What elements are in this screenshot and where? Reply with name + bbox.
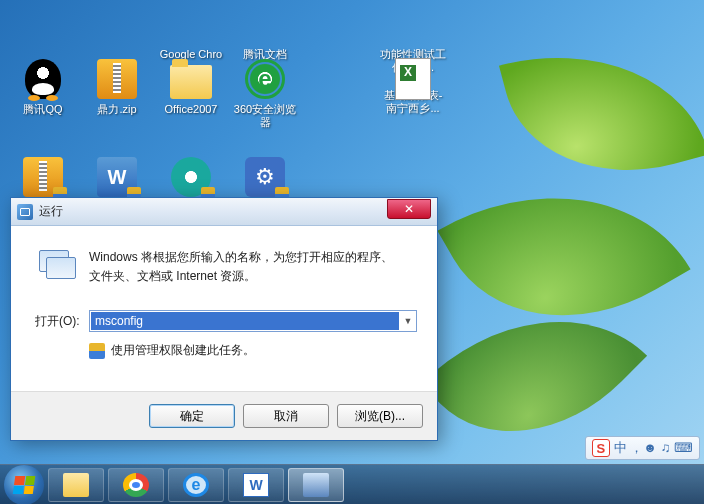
excel-icon (395, 58, 431, 100)
folder-icon (170, 65, 212, 99)
start-button[interactable] (4, 465, 44, 505)
explorer-icon (63, 473, 89, 497)
taskbar-chrome[interactable] (108, 468, 164, 502)
taskbar-word[interactable]: W (228, 468, 284, 502)
desktop-icon-360[interactable]: 360安全浏览器 (230, 57, 300, 129)
taskbar-run[interactable] (288, 468, 344, 502)
uac-text: 使用管理权限创建此任务。 (111, 342, 255, 359)
open-input[interactable] (91, 312, 399, 330)
windows-logo-icon (13, 476, 36, 494)
word-icon: W (243, 473, 269, 497)
chrome-icon (123, 473, 149, 497)
icon-label: 腾讯QQ (23, 103, 62, 116)
icon-label: 360安全浏览器 (231, 103, 299, 129)
cancel-button[interactable]: 取消 (243, 404, 329, 428)
desktop-icon-office[interactable]: Office2007 (156, 57, 226, 129)
dialog-titlebar[interactable]: 运行 ✕ (11, 198, 437, 226)
desktop-icon-xls-2[interactable]: 基站勘察表-南宁西乡... (378, 57, 448, 129)
open-label: 打开(O): (35, 313, 89, 330)
close-button[interactable]: ✕ (387, 199, 431, 219)
sogou-icon[interactable]: S (592, 439, 610, 457)
desktop-icon-qq[interactable]: 腾讯QQ (8, 57, 78, 129)
run-dialog: 运行 ✕ Windows 将根据您所输入的名称，为您打开相应的程序、 文件夹、文… (10, 197, 438, 441)
run-dialog-icon (17, 204, 33, 220)
run-icon (303, 473, 329, 497)
shield-icon (89, 343, 105, 359)
e360-icon (245, 59, 285, 99)
run-icon (39, 250, 75, 280)
ime-items[interactable]: 中 ，☻ ♫ ⌨ (614, 439, 693, 457)
dialog-title: 运行 (39, 203, 387, 220)
taskbar: W (0, 464, 704, 504)
open-combobox[interactable]: ▼ (89, 310, 417, 332)
icon-label: 鼎力.zip (97, 103, 136, 116)
ok-button[interactable]: 确定 (149, 404, 235, 428)
desktop-icon-zip[interactable]: 鼎力.zip (82, 57, 152, 129)
icon-label: Office2007 (164, 103, 217, 116)
ime-tray[interactable]: S 中 ，☻ ♫ ⌨ (585, 436, 700, 460)
dropdown-icon[interactable]: ▼ (400, 316, 416, 326)
zip-icon (97, 59, 137, 99)
ie-icon (183, 473, 209, 497)
taskbar-explorer[interactable] (48, 468, 104, 502)
dialog-description: Windows 将根据您所输入的名称，为您打开相应的程序、 文件夹、文档或 In… (89, 248, 417, 286)
dialog-footer: 确定 取消 浏览(B)... (11, 391, 437, 440)
browse-button[interactable]: 浏览(B)... (337, 404, 423, 428)
qq-icon (25, 59, 61, 99)
taskbar-ie[interactable] (168, 468, 224, 502)
